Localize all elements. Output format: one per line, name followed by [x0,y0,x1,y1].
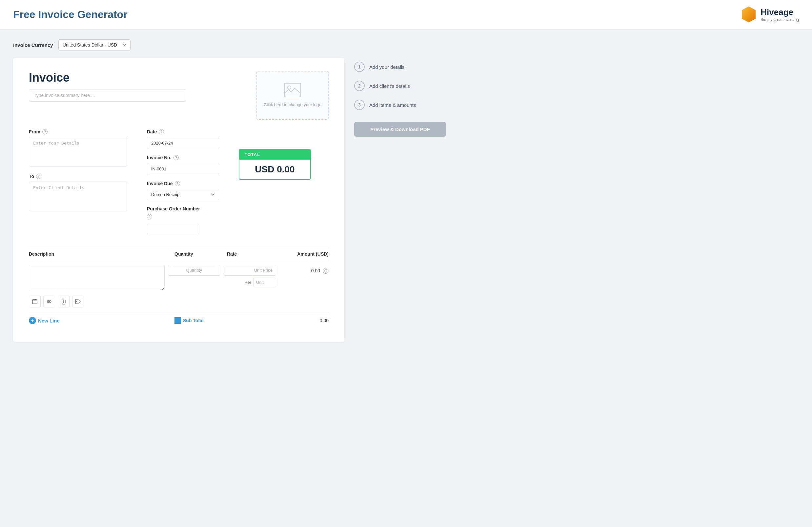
subtotal-label: Sub Total [183,318,204,323]
currency-select[interactable]: United States Dollar - USD Euro - EUR Br… [58,39,131,50]
app-title: Free Invoice Generator [13,9,128,21]
invoice-title: Invoice [29,71,243,85]
logo-tagline: Simply great invoicing [760,17,799,22]
item-toolbar [29,296,165,307]
footer-row: + New Line + Sub Total 0.00 [29,312,329,329]
step-1-num: 1 [354,62,365,72]
to-help-icon[interactable]: ? [36,174,41,179]
subtotal-amount: 0.00 [279,318,329,323]
logo-upload-text: Click here to change your logo [260,102,325,108]
attachment-btn[interactable] [58,296,70,307]
top-header: Free Invoice Generator Hiveage Simply gr… [0,0,812,30]
from-help-icon[interactable]: ? [42,129,47,134]
date-label: Date ? [147,129,219,134]
new-line-button[interactable]: + New Line [29,317,60,324]
hiveage-hex-icon [740,6,757,23]
invoice-no-input[interactable]: IN-0001 [147,163,219,175]
sidebar-step-3: 3 Add items & amounts [354,100,446,110]
svg-marker-2 [742,6,756,22]
link-btn[interactable] [43,296,55,307]
total-amount: USD 0.00 [240,160,310,179]
svg-point-4 [288,86,291,89]
quantity-input[interactable] [168,265,220,276]
image-placeholder-icon [284,83,301,99]
currency-row: Invoice Currency United States Dollar - … [13,39,344,50]
invoice-header-row: Invoice Click here to change your logo [29,71,329,120]
line-item-row: Per 0.00 Ⓒ [29,260,329,312]
step-2-label: Add client's details [369,83,410,89]
to-label: To ? [29,174,127,179]
to-field: To ? [29,174,127,212]
invoice-no-help-icon[interactable]: ? [173,155,179,160]
step-3-label: Add items & amounts [369,102,416,108]
invoice-summary-input[interactable] [29,89,186,102]
total-header: TOTAL [240,149,310,160]
new-line-label: New Line [38,318,60,323]
line-item-amount: 0.00 [311,268,320,273]
calendar-btn[interactable] [29,296,41,307]
invoice-no-field: Invoice No. ? IN-0001 [147,155,219,175]
unit-input[interactable] [253,277,276,287]
line-item-rate-col: Per [224,265,276,287]
unit-price-input[interactable] [224,265,276,276]
brand-logo: Hiveage Simply great invoicing [740,6,799,23]
remove-line-item-btn[interactable]: Ⓒ [323,268,329,274]
step-2-num: 2 [354,81,365,91]
tag-btn[interactable] [72,296,84,307]
col-quantity-header: Quantity [174,251,227,257]
subtotal-label-area: + Sub Total [174,317,279,324]
po-field: Purchase Order Number ? [147,206,219,235]
new-line-area: + New Line [29,317,174,324]
col-description-header: Description [29,251,174,257]
invoice-due-help-icon[interactable]: ? [175,181,180,186]
subtotal-plus-icon: + [174,317,181,324]
line-item-description[interactable] [29,265,165,291]
sidebar: 1 Add your details 2 Add client's detail… [354,39,446,342]
date-input[interactable]: 2020-07-24 [147,137,219,149]
per-label: Per [245,280,251,285]
po-label: Purchase Order Number [147,206,219,211]
from-textarea[interactable] [29,137,127,166]
from-label: From ? [29,129,127,134]
sidebar-step-1: 1 Add your details [354,62,446,72]
line-item-description-col [29,265,165,307]
invoice-card: Invoice Click here to change your logo [13,58,344,342]
svg-rect-5 [32,300,37,304]
logo-text-group: Hiveage Simply great invoicing [760,7,799,22]
svg-point-9 [76,301,77,302]
line-item-quantity-col [168,265,220,276]
items-table-header: Description Quantity Rate Amount (USD) [29,248,329,260]
to-textarea[interactable] [29,182,127,211]
po-input[interactable] [147,224,199,235]
currency-label: Invoice Currency [13,42,53,48]
logo-brand: Hiveage [760,7,799,17]
line-item-grid: Per 0.00 Ⓒ [29,265,329,307]
date-field: Date ? 2020-07-24 [147,129,219,149]
total-area: TOTAL USD 0.00 [239,129,311,241]
plus-circle-icon: + [29,317,36,324]
date-help-icon[interactable]: ? [159,129,164,134]
total-box: TOTAL USD 0.00 [239,149,311,180]
from-field: From ? [29,129,127,168]
col-rate-header: Rate [227,251,279,257]
invoice-due-select[interactable]: Due on Receipt Net 15 Net 30 Net 60 Cust… [147,189,219,200]
logo-upload-area[interactable]: Click here to change your logo [257,71,329,120]
main-container: Invoice Currency United States Dollar - … [0,30,459,351]
step-3-num: 3 [354,100,365,110]
invoice-no-label: Invoice No. ? [147,155,219,160]
invoice-due-label: Invoice Due ? [147,181,219,186]
preview-download-btn[interactable]: Preview & Download PDF [354,122,446,137]
sidebar-step-2: 2 Add client's details [354,81,446,91]
content-area: Invoice Currency United States Dollar - … [13,39,344,342]
invoice-due-field: Invoice Due ? Due on Receipt Net 15 Net … [147,181,219,200]
line-item-amount-col: 0.00 Ⓒ [279,265,329,274]
per-unit-row: Per [224,277,276,287]
step-1-label: Add your details [369,64,405,70]
invoice-left-header: Invoice [29,71,243,102]
col-amount-header: Amount (USD) [279,251,329,257]
po-help-icon[interactable]: ? [147,214,152,219]
